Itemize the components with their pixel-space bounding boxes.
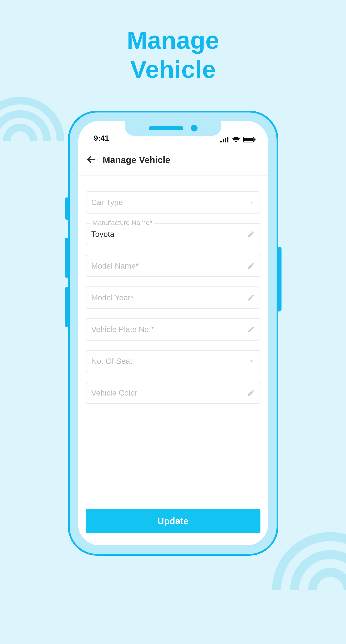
phone-side-button xyxy=(65,198,70,220)
pencil-icon xyxy=(247,262,255,270)
plate-number-placeholder: Vehicle Plate No.* xyxy=(91,325,247,334)
marketing-page-title: Manage Vehicle xyxy=(0,26,346,84)
plate-number-input[interactable]: Vehicle Plate No.* xyxy=(86,318,260,340)
status-bar: 9:41 xyxy=(78,121,268,146)
cellular-signal-icon xyxy=(220,137,229,142)
vehicle-color-placeholder: Vehicle Color xyxy=(91,388,247,397)
chevron-down-icon xyxy=(248,199,255,206)
pencil-icon xyxy=(247,230,255,238)
app-header: Manage Vehicle xyxy=(78,146,268,176)
back-button[interactable] xyxy=(86,154,97,165)
decorative-arcs-bottom xyxy=(268,528,346,644)
seat-count-select[interactable]: No. Of Seat xyxy=(86,350,260,372)
seat-count-placeholder: No. Of Seat xyxy=(91,357,248,366)
model-name-input[interactable]: Model Name* xyxy=(86,255,260,277)
vehicle-form: Car Type Manufacture Name* Toyota xyxy=(78,176,268,509)
arrow-left-icon xyxy=(86,154,96,165)
svg-rect-7 xyxy=(254,138,256,141)
screen-title: Manage Vehicle xyxy=(103,155,170,165)
svg-rect-0 xyxy=(220,141,222,142)
vehicle-color-input[interactable]: Vehicle Color xyxy=(86,382,260,404)
phone-power-button xyxy=(277,247,281,312)
decorative-arcs-top xyxy=(0,94,67,188)
car-type-placeholder: Car Type xyxy=(91,198,248,207)
update-button[interactable]: Update xyxy=(86,509,260,533)
model-year-input[interactable]: Model Year* xyxy=(86,286,260,309)
pencil-icon xyxy=(247,294,255,302)
status-time: 9:41 xyxy=(94,134,109,142)
phone-mockup: 9:41 xyxy=(68,111,278,556)
svg-rect-6 xyxy=(244,138,253,141)
manufacturer-label: Manufacture Name* xyxy=(90,219,154,226)
pencil-icon xyxy=(247,326,255,333)
wifi-icon xyxy=(232,137,240,142)
chevron-down-icon xyxy=(248,358,255,364)
battery-full-icon xyxy=(243,137,256,142)
page-title-line-1: Manage xyxy=(0,26,346,55)
car-type-select[interactable]: Car Type xyxy=(86,191,260,214)
phone-volume-up xyxy=(65,238,70,278)
svg-rect-2 xyxy=(225,138,226,142)
svg-point-4 xyxy=(235,141,237,142)
pencil-icon xyxy=(247,389,255,397)
svg-rect-1 xyxy=(223,139,224,142)
svg-rect-3 xyxy=(227,137,228,142)
model-year-placeholder: Model Year* xyxy=(91,293,247,302)
page-title-line-2: Vehicle xyxy=(0,55,346,84)
manufacturer-value: Toyota xyxy=(91,230,247,238)
model-name-placeholder: Model Name* xyxy=(91,262,247,270)
phone-volume-down xyxy=(65,287,70,327)
